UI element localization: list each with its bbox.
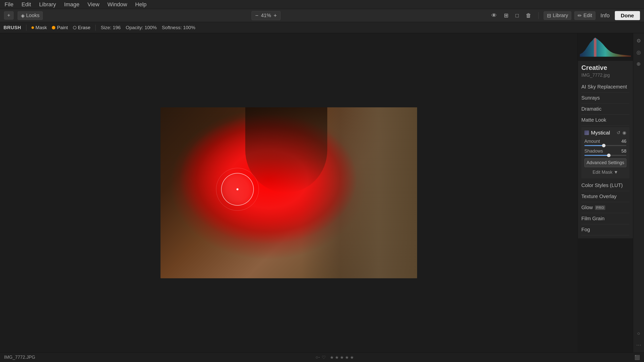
compare-button[interactable]: ⊞ [502, 11, 510, 20]
canvas-area[interactable] [0, 33, 578, 352]
panel-item-label: Glow [581, 205, 593, 210]
paint-radio [52, 26, 55, 29]
menu-edit[interactable]: Edit [20, 1, 32, 8]
menu-file[interactable]: File [3, 1, 15, 8]
crop-button[interactable]: □ [513, 11, 521, 20]
mystical-icon [584, 130, 589, 135]
edit-nav-button[interactable]: ✏ Edit [574, 11, 595, 20]
panel-item-label: Color Styles (LUT) [581, 183, 623, 188]
right-panel-wrapper: Creative IMG_7772.jpg AI Sky Replacement… [578, 33, 633, 352]
right-side-icons: ⚙ ◎ ⊕ ○ ⋯ [633, 33, 644, 352]
panel-item-film-grain[interactable]: Film Grain [581, 213, 629, 224]
zoom-in-button[interactable]: + [273, 12, 278, 19]
mystical-reset-icon[interactable]: ↺ [617, 130, 620, 135]
menu-view[interactable]: View [86, 1, 101, 8]
photo-container [160, 107, 417, 278]
menu-library[interactable]: Library [37, 1, 57, 8]
star-1[interactable]: ★ [330, 355, 334, 360]
amount-slider-thumb[interactable] [602, 144, 606, 147]
status-bar: IMG_7772.JPG ○- ♡ ★ ★ ★ ★ ★ ⬛ [0, 352, 644, 362]
edit-mask-button[interactable]: Edit Mask ▼ [584, 169, 626, 176]
shadows-value: 58 [621, 149, 626, 154]
paint-option[interactable]: Paint [52, 25, 68, 30]
panel-item-color-styles[interactable]: Color Styles (LUT) [581, 180, 629, 191]
library-nav-button[interactable]: ⊟ Library [544, 11, 571, 20]
eye-button[interactable]: 👁 [489, 11, 499, 20]
star-rating[interactable]: ★ ★ ★ ★ ★ [330, 355, 354, 360]
right-icon-3[interactable]: ⊕ [635, 60, 642, 68]
amount-slider-fill [584, 145, 604, 146]
brush-separator-2 [95, 25, 96, 31]
mystical-title: Mystical [591, 130, 615, 136]
erase-option[interactable]: Erase [73, 25, 91, 30]
looks-button[interactable]: ◈ Looks [18, 11, 43, 20]
info-button[interactable]: Info [598, 11, 612, 20]
star-5[interactable]: ★ [350, 355, 354, 360]
add-button[interactable]: + [4, 11, 14, 20]
histogram-area [578, 33, 633, 61]
status-center: ○- ♡ ★ ★ ★ ★ ★ [40, 355, 629, 360]
amount-label: Amount [584, 139, 600, 144]
shadows-slider-row: Shadows 58 [584, 149, 626, 156]
star-2[interactable]: ★ [335, 355, 339, 360]
right-icon-4[interactable]: ○ [636, 330, 641, 337]
zoom-out-button[interactable]: − [254, 12, 260, 19]
panel-item-matte-look[interactable]: Matte Look [581, 115, 629, 126]
panel-item-dramatic[interactable]: Dramatic [581, 104, 629, 115]
panel-item-label: AI Sky Replacement [581, 84, 627, 90]
panel-item-sunrays[interactable]: Sunrays [581, 93, 629, 104]
panel-item-label: Matte Look [581, 117, 606, 123]
amount-label-row: Amount 46 [584, 139, 626, 144]
brush-label: BRUSH [4, 25, 21, 30]
panel-item-label: Dramatic [581, 106, 601, 112]
panel-subtitle: IMG_7772.jpg [581, 73, 629, 78]
edit-icon: ✏ [578, 13, 582, 19]
right-icon-2[interactable]: ◎ [635, 48, 642, 56]
panel-item-ai-sky-replacement[interactable]: AI Sky Replacement [581, 81, 629, 93]
status-icon-circle: ○- [316, 355, 320, 360]
status-filename: IMG_7772.JPG [4, 355, 35, 360]
star-3[interactable]: ★ [340, 355, 344, 360]
toolbar-right: 👁 ⊞ □ 🗑 ⊟ Library ✏ Edit Info Done [489, 11, 640, 20]
brush-toolbar: BRUSH Mask Paint Erase Size: 196 Opacity… [0, 22, 644, 33]
panel-item-label: Sunrays [581, 95, 600, 101]
menu-image[interactable]: Image [63, 1, 81, 8]
shadows-label: Shadows [584, 149, 603, 154]
menu-bar: File Edit Library Image View Window Help [0, 0, 644, 9]
panel-item-label: Film Grain [581, 216, 605, 221]
right-panel: Creative IMG_7772.jpg AI Sky Replacement… [578, 33, 633, 238]
panel-item-glow[interactable]: Glow PRO [581, 202, 629, 213]
zoom-value: 41% [261, 13, 271, 18]
mystical-visibility-icon[interactable]: ◉ [622, 130, 626, 135]
shadows-slider-thumb[interactable] [607, 154, 611, 157]
menu-window[interactable]: Window [106, 1, 129, 8]
right-icon-1[interactable]: ⚙ [635, 37, 642, 45]
done-button[interactable]: Done [615, 11, 640, 20]
toolbar-divider [538, 12, 539, 19]
advanced-settings-button[interactable]: Advanced Settings [584, 158, 626, 167]
amount-slider-track[interactable] [584, 145, 626, 146]
looks-icon: ◈ [21, 13, 25, 19]
mystical-controls: ↺ ◉ [617, 130, 626, 135]
status-right-icon[interactable]: ⬛ [634, 355, 640, 360]
main-toolbar: + ◈ Looks − 41% + 👁 ⊞ □ 🗑 ⊟ Library ✏ Ed… [0, 9, 644, 22]
brush-size-label: Size: 196 [101, 25, 120, 30]
right-icon-5[interactable]: ⋯ [635, 341, 642, 349]
zoom-control: − 41% + [252, 11, 281, 20]
mask-dot [31, 26, 34, 29]
shadows-slider-track[interactable] [584, 155, 626, 156]
shadows-slider-fill [584, 155, 609, 156]
menu-help[interactable]: Help [134, 1, 148, 8]
figure-shadow [245, 107, 327, 193]
erase-radio [73, 26, 76, 29]
panel-item-texture-overlay[interactable]: Texture Overlay [581, 191, 629, 202]
histogram-chart [580, 35, 631, 58]
photo-background [160, 107, 417, 278]
panel-item-fog[interactable]: Fog [581, 224, 629, 235]
trash-button[interactable]: 🗑 [524, 11, 533, 20]
status-icon-heart[interactable]: ♡ [322, 355, 326, 360]
brush-softness-label: Softness: 100% [162, 25, 195, 30]
star-4[interactable]: ★ [345, 355, 349, 360]
mask-option[interactable]: Mask [31, 25, 47, 30]
panel-title: Creative [581, 64, 629, 72]
